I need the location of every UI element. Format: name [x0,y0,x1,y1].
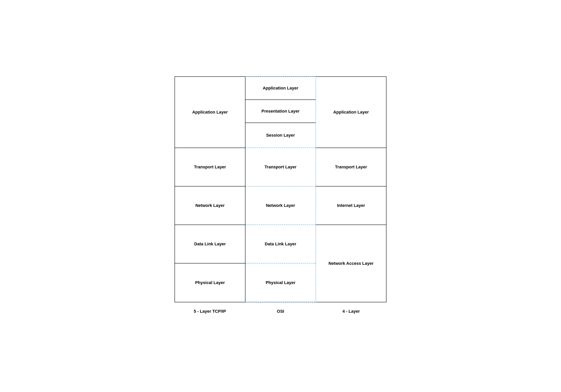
right-column: Application Layer Transport Layer Intern… [316,77,386,302]
diagram-container: Application Layer Transport Layer Networ… [174,76,387,316]
left-column-label: 5 - Layer TCP/IP [174,307,245,316]
right-network-access-cell: Network Access Layer [316,225,386,302]
mid-network-cell: Network Layer [245,186,316,225]
mid-datalink-label: Data Link Layer [265,241,296,247]
labels-row: 5 - Layer TCP/IP OSI 4 - Layer [174,307,387,316]
right-transport-label: Transport Layer [335,165,367,170]
mid-presentation-cell: Presentation Layer [245,100,316,123]
mid-datalink-cell: Data Link Layer [245,225,316,263]
right-app-cell: Application Layer [316,77,386,148]
main-grid: Application Layer Transport Layer Networ… [174,76,387,302]
left-app-label: Application Layer [192,110,228,115]
left-transport-label: Transport Layer [194,165,226,170]
left-column: Application Layer Transport Layer Networ… [175,77,245,302]
left-transport-cell: Transport Layer [175,148,245,186]
left-app-cell: Application Layer [175,77,245,148]
right-transport-cell: Transport Layer [316,148,386,186]
left-network-cell: Network Layer [175,186,245,225]
middle-column: Application Layer Presentation Layer Ses… [245,76,316,302]
left-physical-label: Physical Layer [195,280,225,285]
left-datalink-label: Data Link Layer [194,241,226,247]
mid-transport-cell: Transport Layer [245,148,316,186]
mid-session-label: Session Layer [266,133,295,138]
mid-transport-label: Transport Layer [265,165,296,170]
mid-app-label: Application Layer [263,86,298,91]
right-internet-cell: Internet Layer [316,186,386,225]
mid-physical-cell: Physical Layer [245,263,316,302]
middle-column-label: OSI [245,307,316,316]
mid-network-label: Network Layer [266,203,295,208]
left-network-label: Network Layer [195,203,225,208]
right-network-access-label: Network Access Layer [328,261,374,266]
right-internet-label: Internet Layer [337,203,365,208]
left-physical-cell: Physical Layer [175,263,245,302]
mid-physical-label: Physical Layer [266,280,295,285]
mid-app-cell: Application Layer [245,77,316,100]
right-app-label: Application Layer [333,110,369,115]
mid-session-cell: Session Layer [245,123,316,148]
left-datalink-cell: Data Link Layer [175,225,245,263]
mid-presentation-label: Presentation Layer [261,109,300,114]
right-column-label: 4 - Layer [316,307,387,316]
